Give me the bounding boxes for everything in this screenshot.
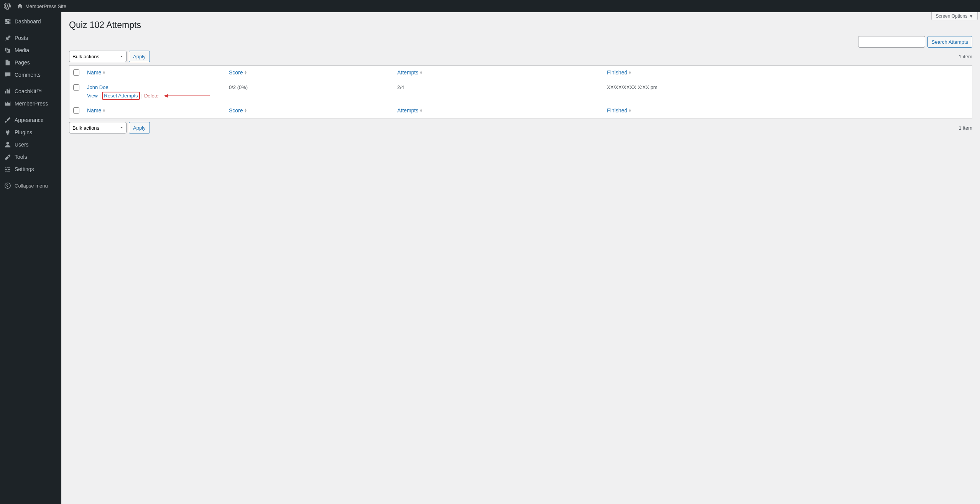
- pin-icon: [4, 35, 12, 41]
- main-content: Screen Options ▼ Quiz 102 Attempts Searc…: [61, 12, 980, 504]
- sort-icon: ▲▼: [628, 71, 631, 74]
- sidebar-label: Tools: [15, 154, 27, 160]
- sidebar-item-comments[interactable]: Comments: [0, 69, 61, 81]
- item-count-top: 1 item: [959, 54, 972, 59]
- sidebar-item-media[interactable]: Media: [0, 44, 61, 56]
- column-attempts-header[interactable]: Attempts▲▼: [393, 66, 603, 81]
- memberpress-icon: [4, 100, 12, 107]
- view-link[interactable]: View: [87, 93, 98, 99]
- svg-marker-2: [164, 94, 168, 98]
- sort-icon: ▲▼: [102, 109, 105, 112]
- reset-attempts-link[interactable]: Reset Attempts: [104, 93, 138, 99]
- wp-logo[interactable]: [1, 0, 14, 12]
- sidebar-label: Settings: [15, 166, 34, 172]
- dashboard-icon: [4, 18, 12, 25]
- sidebar-item-posts[interactable]: Posts: [0, 32, 61, 44]
- sidebar-label: MemberPress: [15, 100, 48, 107]
- plug-icon: [4, 129, 12, 136]
- wrench-icon: [4, 153, 12, 160]
- column-name-footer[interactable]: Name▲▼: [83, 104, 225, 119]
- sidebar-label: Users: [15, 142, 29, 148]
- row-actions: View | Reset Attempts | Delete: [87, 92, 221, 100]
- separator: |: [99, 93, 100, 99]
- sidebar-label: Comments: [15, 72, 41, 78]
- sidebar-label: Appearance: [15, 117, 44, 123]
- bulk-actions-select-bottom[interactable]: Bulk actions: [69, 122, 127, 133]
- comment-icon: [4, 71, 12, 78]
- annotation-arrow: [164, 94, 210, 98]
- collapse-menu[interactable]: Collapse menu: [0, 180, 61, 192]
- column-finished-footer[interactable]: Finished▲▼: [603, 104, 972, 119]
- table-row: John Doe View | Reset Attempts | Delete: [69, 81, 972, 104]
- admin-sidebar: Dashboard Posts Media Pages Comments: [0, 12, 61, 504]
- column-name-header[interactable]: Name▲▼: [83, 66, 225, 81]
- separator: [0, 176, 61, 178]
- column-finished-header[interactable]: Finished▲▼: [603, 66, 972, 81]
- apply-button-bottom[interactable]: Apply: [129, 122, 150, 133]
- screen-options-toggle[interactable]: Screen Options ▼: [931, 12, 978, 20]
- separator: |: [141, 93, 143, 99]
- select-all-checkbox-bottom[interactable]: [73, 107, 79, 114]
- attempts-table: Name▲▼ Score▲▼ Attempts▲▼ Finished▲▼ Joh…: [69, 65, 972, 119]
- wordpress-icon: [4, 3, 11, 10]
- sidebar-item-appearance[interactable]: Appearance: [0, 114, 61, 126]
- select-all-checkbox-top[interactable]: [73, 69, 79, 76]
- sort-icon: ▲▼: [419, 109, 423, 112]
- row-attempts: 2/4: [393, 81, 603, 104]
- screen-options-label: Screen Options: [936, 13, 967, 19]
- search-input[interactable]: [858, 36, 925, 48]
- sliders-icon: [4, 166, 12, 173]
- sort-icon: ▲▼: [244, 71, 247, 74]
- sidebar-label: Plugins: [15, 129, 32, 135]
- collapse-icon: [4, 182, 12, 189]
- item-count-bottom: 1 item: [959, 125, 972, 131]
- collapse-label: Collapse menu: [15, 183, 48, 189]
- separator: [0, 111, 61, 113]
- admin-bar: MemberPress Site: [0, 0, 980, 12]
- user-icon: [4, 141, 12, 148]
- site-name-link[interactable]: MemberPress Site: [14, 0, 69, 12]
- sidebar-item-plugins[interactable]: Plugins: [0, 126, 61, 138]
- sidebar-item-settings[interactable]: Settings: [0, 163, 61, 175]
- column-score-header[interactable]: Score▲▼: [225, 66, 393, 81]
- sidebar-label: Media: [15, 47, 29, 53]
- chevron-down-icon: ▼: [969, 13, 973, 19]
- separator: [0, 82, 61, 84]
- column-attempts-footer[interactable]: Attempts▲▼: [393, 104, 603, 119]
- apply-button-top[interactable]: Apply: [129, 51, 150, 62]
- sidebar-item-coachkit[interactable]: CoachKit™: [0, 85, 61, 97]
- sidebar-label: Pages: [15, 59, 30, 66]
- page-title: Quiz 102 Attempts: [69, 20, 972, 30]
- chart-icon: [4, 88, 12, 95]
- sort-icon: ▲▼: [419, 71, 423, 74]
- sidebar-label: Posts: [15, 35, 28, 41]
- search-attempts-button[interactable]: Search Attempts: [927, 36, 972, 48]
- annotation-highlight: Reset Attempts: [102, 92, 140, 100]
- sidebar-item-tools[interactable]: Tools: [0, 151, 61, 163]
- media-icon: [4, 47, 12, 54]
- sidebar-item-memberpress[interactable]: MemberPress: [0, 97, 61, 110]
- row-score: 0/2 (0%): [225, 81, 393, 104]
- row-checkbox[interactable]: [73, 84, 79, 91]
- brush-icon: [4, 117, 12, 124]
- sidebar-item-dashboard[interactable]: Dashboard: [0, 15, 61, 28]
- home-icon: [17, 3, 23, 9]
- sidebar-item-pages[interactable]: Pages: [0, 56, 61, 69]
- sidebar-label: Dashboard: [15, 18, 41, 25]
- site-name: MemberPress Site: [25, 3, 66, 9]
- separator: [0, 29, 61, 31]
- page-icon: [4, 59, 12, 66]
- row-name-link[interactable]: John Doe: [87, 84, 109, 90]
- delete-link[interactable]: Delete: [144, 93, 159, 99]
- column-score-footer[interactable]: Score▲▼: [225, 104, 393, 119]
- sort-icon: ▲▼: [244, 109, 247, 112]
- svg-point-0: [5, 183, 10, 188]
- sidebar-item-users[interactable]: Users: [0, 138, 61, 151]
- sort-icon: ▲▼: [628, 109, 631, 112]
- row-finished: XX/XX/XXXX X:XX pm: [603, 81, 972, 104]
- sidebar-label: CoachKit™: [15, 88, 42, 94]
- bulk-actions-select-top[interactable]: Bulk actions: [69, 51, 127, 62]
- sort-icon: ▲▼: [102, 71, 105, 74]
